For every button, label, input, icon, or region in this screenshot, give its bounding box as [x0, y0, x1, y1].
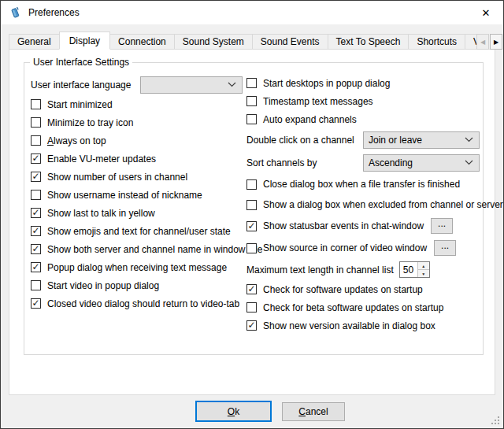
checkbox-enable-vu-meter[interactable]: ✓ Enable VU-meter updates	[31, 150, 243, 168]
combo-value: Join or leave	[369, 135, 422, 146]
combo-value: Ascending	[369, 157, 413, 168]
tab-display[interactable]: Display	[59, 31, 110, 50]
checkbox-auto-expand-channels[interactable]: Auto expand channels	[246, 110, 480, 128]
checkbox-timestamp-messages[interactable]: Timestamp text messages	[246, 92, 480, 110]
scroll-left-icon: ◀	[480, 39, 485, 46]
checkbox-label: Always on top	[47, 135, 106, 146]
checkbox-show-user-count[interactable]: ✓ Show number of users in channel	[31, 168, 243, 186]
spin-up-icon: ▲	[421, 264, 425, 268]
tab-scroll-left-button[interactable]: ◀	[476, 34, 489, 50]
checkbox-start-minimized[interactable]: Start minimized	[31, 95, 243, 113]
tab-scroll-right-button[interactable]: ▶	[490, 34, 502, 50]
spin-down-button[interactable]: ▼	[418, 270, 429, 277]
tab-sound-system[interactable]: Sound System	[174, 34, 253, 50]
checkbox-last-to-talk[interactable]: ✓ Show last to talk in yellow	[31, 204, 243, 222]
checkbox-desktops-popup[interactable]: Start desktops in popup dialog	[246, 74, 480, 92]
checkbox-box	[31, 117, 41, 128]
spin-down-icon: ▼	[421, 272, 425, 276]
titlebar: Preferences ✕	[1, 1, 503, 24]
checkbox-new-version-dialog[interactable]: ✓ Show new version available in dialog b…	[246, 316, 480, 335]
resize-grip[interactable]	[491, 416, 501, 426]
checkbox-box	[31, 135, 41, 146]
checkbox-show-emojis[interactable]: ✓ Show emojis and text for channel/user …	[31, 222, 243, 240]
language-combobox[interactable]	[140, 76, 243, 94]
checkbox-box	[31, 280, 41, 290]
right-column: Start desktops in popup dialog Timestamp…	[246, 74, 480, 335]
double-click-row: Double click on a channel Join or leave	[246, 128, 480, 151]
language-row: User interface language	[31, 74, 243, 95]
chevron-down-icon	[465, 137, 473, 142]
spin-up-button[interactable]: ▲	[418, 262, 429, 270]
cancel-button[interactable]: Cancel	[282, 402, 345, 421]
max-text-length-label: Maximum text length in channel list	[246, 264, 394, 276]
display-tab-page: User Interface Settings User interface l…	[9, 49, 495, 395]
checkbox-minimize-to-tray[interactable]: Minimize to tray icon	[31, 113, 243, 131]
checkbox-show-username[interactable]: Show username instead of nickname	[31, 186, 243, 204]
checkbox-label: Show username instead of nickname	[47, 190, 202, 201]
checkbox-label: Enable VU-meter updates	[47, 153, 156, 165]
checkbox-box	[31, 99, 41, 109]
tab-sound-events[interactable]: Sound Events	[252, 34, 328, 50]
checkbox-box: ✓	[31, 298, 41, 309]
close-button[interactable]: ✕	[469, 1, 503, 24]
sort-channels-row: Sort channels by Ascending	[246, 151, 480, 174]
tab-video[interactable]: Video	[465, 34, 476, 50]
checkbox-box	[246, 200, 257, 210]
statusbar-events-options-button[interactable]: ...	[431, 218, 453, 234]
checkbox-check-beta-updates[interactable]: Check for beta software updates on start…	[246, 298, 480, 316]
chevron-down-icon	[228, 82, 236, 87]
max-text-length-spinbox: 50 ▲ ▼	[399, 261, 430, 278]
checkbox-label: Show statusbar events in chat-window	[263, 220, 424, 231]
checkbox-label: Auto expand channels	[263, 114, 357, 125]
checkbox-box	[246, 114, 257, 124]
checkbox-excluded-dialog[interactable]: Show a dialog box when excluded from cha…	[246, 194, 480, 215]
checkbox-label: Show number of users in channel	[47, 172, 187, 183]
sort-channels-label: Sort channels by	[246, 157, 317, 168]
video-source-options-button[interactable]: ...	[434, 240, 456, 256]
checkbox-video-popup[interactable]: Start video in popup dialog	[31, 276, 243, 294]
checkbox-box	[246, 302, 257, 313]
user-interface-settings-groupbox: User Interface Settings User interface l…	[24, 62, 484, 355]
checkbox-box: ✓	[246, 320, 257, 331]
video-source-row: Show source in corner of video window ..…	[246, 237, 480, 259]
checkbox-label: Show a dialog box when excluded from cha…	[263, 199, 503, 210]
checkbox-label: Show last to talk in yellow	[47, 208, 155, 219]
sort-channels-combobox[interactable]: Ascending	[363, 154, 480, 172]
checkbox-label: Start video in popup dialog	[47, 280, 159, 291]
chevron-down-icon	[465, 160, 473, 165]
statusbar-events-row: ✓ Show statusbar events in chat-window .…	[246, 215, 480, 237]
checkbox-label: Start minimized	[47, 99, 113, 110]
checkbox-box[interactable]	[246, 243, 257, 253]
tab-shortcuts[interactable]: Shortcuts	[408, 34, 465, 50]
checkbox-label: Show emojis and text for channel/user st…	[47, 226, 231, 237]
checkbox-label: Timestamp text messages	[263, 96, 373, 107]
checkbox-box: ✓	[31, 244, 41, 254]
checkbox-label: Close dialog box when a file transfer is…	[263, 179, 460, 190]
checkbox-server-channel-title[interactable]: ✓ Show both server and channel name in w…	[31, 240, 243, 258]
checkbox-always-on-top[interactable]: Always on top	[31, 131, 243, 150]
checkbox-label: Show both server and channel name in win…	[47, 244, 263, 255]
ok-button[interactable]: Ok	[195, 401, 272, 422]
scroll-right-icon: ▶	[494, 39, 498, 46]
checkbox-closed-video-return[interactable]: ✓ Closed video dialog should return to v…	[31, 294, 243, 313]
checkbox-box: ✓	[246, 284, 257, 294]
tab-text-to-speech[interactable]: Text To Speech	[328, 34, 410, 50]
checkbox-box[interactable]: ✓	[246, 221, 257, 231]
checkbox-box	[246, 78, 257, 88]
checkbox-box	[31, 190, 41, 200]
ok-button-label: Ok	[228, 406, 239, 417]
spinbox-value[interactable]: 50	[400, 262, 417, 277]
double-click-combobox[interactable]: Join or leave	[363, 131, 480, 149]
language-label: User interface language	[31, 80, 131, 91]
checkbox-box: ✓	[31, 226, 41, 236]
spinbox-arrows: ▲ ▼	[417, 262, 429, 277]
tab-connection[interactable]: Connection	[109, 34, 175, 50]
checkbox-popup-text-message[interactable]: ✓ Popup dialog when receiving text messa…	[31, 258, 243, 276]
checkbox-label: Closed video dialog should return to vid…	[47, 298, 239, 309]
checkbox-box	[246, 179, 257, 190]
cancel-button-label: Cancel	[298, 406, 328, 417]
checkbox-close-on-file-transfer[interactable]: Close dialog box when a file transfer is…	[246, 174, 480, 194]
checkbox-check-updates[interactable]: ✓ Check for software updates on startup	[246, 280, 480, 298]
tab-general[interactable]: General	[9, 34, 60, 50]
double-click-label: Double click on a channel	[246, 135, 354, 146]
